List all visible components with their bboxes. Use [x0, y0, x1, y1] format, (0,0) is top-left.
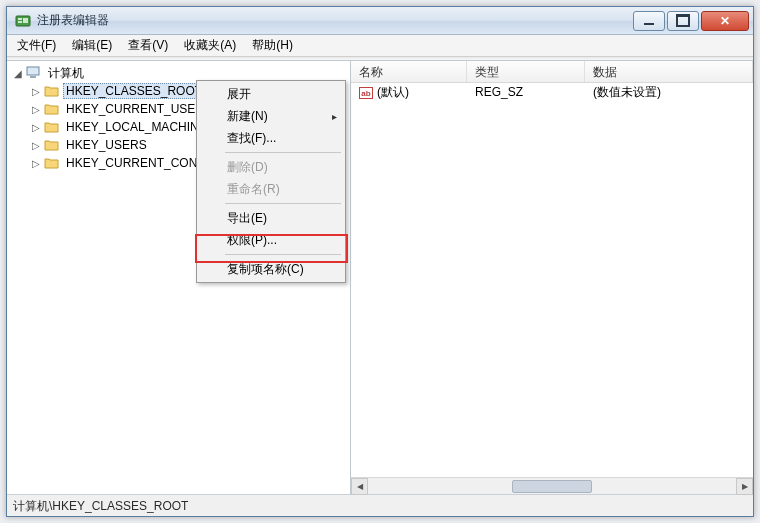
col-type[interactable]: 类型: [467, 61, 585, 82]
list-body[interactable]: ab(默认) REG_SZ (数值未设置): [351, 83, 753, 477]
menu-edit[interactable]: 编辑(E): [64, 34, 120, 57]
close-button[interactable]: [701, 11, 749, 31]
ctx-expand[interactable]: 展开: [199, 83, 343, 105]
svg-rect-4: [27, 67, 39, 75]
tree-root-label: 计算机: [45, 64, 87, 83]
context-menu: 展开 新建(N) 查找(F)... 删除(D) 重命名(R) 导出(E) 权限(…: [196, 80, 346, 283]
maximize-button[interactable]: [667, 11, 699, 31]
titlebar[interactable]: 注册表编辑器: [7, 7, 753, 35]
folder-icon: [44, 138, 60, 152]
cell-data: (数值未设置): [585, 84, 753, 101]
computer-icon: [26, 66, 42, 80]
value-list-pane: 名称 类型 数据 ab(默认) REG_SZ (数值未设置) ◀ ▶: [351, 61, 753, 494]
window-buttons: [631, 11, 749, 31]
scroll-left-arrow[interactable]: ◀: [351, 478, 368, 495]
folder-icon: [44, 156, 60, 170]
tree-item-label: HKEY_USERS: [63, 137, 150, 153]
expand-icon[interactable]: ▷: [29, 122, 43, 133]
ctx-export[interactable]: 导出(E): [199, 207, 343, 229]
ctx-new[interactable]: 新建(N): [199, 105, 343, 127]
list-row[interactable]: ab(默认) REG_SZ (数值未设置): [351, 83, 753, 101]
cell-type: REG_SZ: [467, 85, 585, 99]
minimize-button[interactable]: [633, 11, 665, 31]
window-title: 注册表编辑器: [37, 12, 631, 29]
menu-favorites[interactable]: 收藏夹(A): [176, 34, 244, 57]
svg-rect-5: [30, 76, 36, 78]
expand-icon[interactable]: ▷: [29, 86, 43, 97]
svg-rect-1: [18, 18, 22, 20]
statusbar: 计算机\HKEY_CLASSES_ROOT: [7, 494, 753, 516]
ctx-separator: [225, 152, 341, 153]
tree-item-label: HKEY_CLASSES_ROOT: [63, 83, 205, 99]
tree-item-label: HKEY_LOCAL_MACHINE: [63, 119, 210, 135]
expand-icon[interactable]: ▷: [29, 140, 43, 151]
tree-item-label: HKEY_CURRENT_USER: [63, 101, 207, 117]
expand-icon[interactable]: ▷: [29, 158, 43, 169]
menu-help[interactable]: 帮助(H): [244, 34, 301, 57]
expand-icon[interactable]: ▷: [29, 104, 43, 115]
folder-icon: [44, 120, 60, 134]
ctx-rename: 重命名(R): [199, 178, 343, 200]
col-name[interactable]: 名称: [351, 61, 467, 82]
string-value-icon: ab: [359, 87, 373, 99]
horizontal-scrollbar[interactable]: ◀ ▶: [351, 477, 753, 494]
menubar: 文件(F) 编辑(E) 查看(V) 收藏夹(A) 帮助(H): [7, 35, 753, 57]
menu-file[interactable]: 文件(F): [9, 34, 64, 57]
ctx-separator: [225, 254, 341, 255]
status-path: 计算机\HKEY_CLASSES_ROOT: [13, 499, 188, 513]
ctx-separator: [225, 203, 341, 204]
collapse-icon[interactable]: ◢: [11, 68, 25, 79]
ctx-find[interactable]: 查找(F)...: [199, 127, 343, 149]
regedit-window: 注册表编辑器 文件(F) 编辑(E) 查看(V) 收藏夹(A) 帮助(H) ◢ …: [6, 6, 754, 517]
folder-icon: [44, 84, 60, 98]
svg-rect-2: [18, 21, 22, 23]
cell-name-text: (默认): [377, 85, 409, 99]
list-header: 名称 类型 数据: [351, 61, 753, 83]
ctx-permissions[interactable]: 权限(P)...: [199, 229, 343, 251]
ctx-copy-key-name[interactable]: 复制项名称(C): [199, 258, 343, 280]
app-icon: [15, 13, 31, 29]
content-area: ◢ 计算机 ▷ HKEY_CLASSES_ROOT ▷ HKEY_CURRENT…: [7, 60, 753, 494]
scroll-right-arrow[interactable]: ▶: [736, 478, 753, 495]
cell-name: ab(默认): [351, 84, 467, 101]
menu-view[interactable]: 查看(V): [120, 34, 176, 57]
col-data[interactable]: 数据: [585, 61, 753, 82]
svg-rect-3: [23, 18, 28, 23]
folder-icon: [44, 102, 60, 116]
scroll-thumb[interactable]: [512, 480, 592, 493]
ctx-delete: 删除(D): [199, 156, 343, 178]
